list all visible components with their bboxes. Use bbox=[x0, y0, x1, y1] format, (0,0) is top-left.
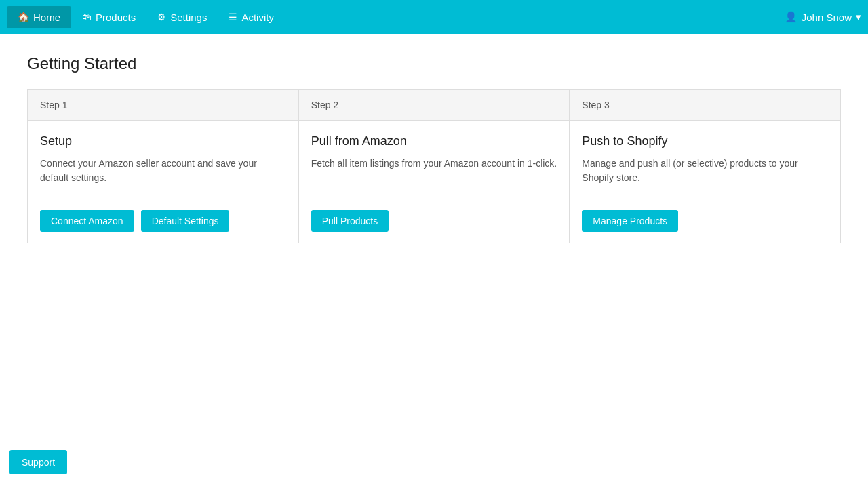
step2-actions: Pull Products bbox=[299, 199, 570, 243]
step3-desc: Manage and push all (or selective) produ… bbox=[582, 157, 828, 185]
products-icon: 🛍 bbox=[82, 12, 92, 22]
nav-activity-label: Activity bbox=[241, 12, 274, 23]
steps-header-row: Step 1 Step 2 Step 3 bbox=[28, 90, 840, 121]
step1-actions: Connect Amazon Default Settings bbox=[28, 199, 299, 243]
nav-activity[interactable]: ☰ Activity bbox=[218, 6, 285, 28]
navbar: 🏠 Home 🛍 Products ⚙ Settings ☰ Activity … bbox=[0, 0, 868, 34]
nav-products[interactable]: 🛍 Products bbox=[71, 6, 146, 28]
step1-desc: Connect your Amazon seller account and s… bbox=[40, 157, 286, 185]
activity-icon: ☰ bbox=[229, 12, 237, 22]
step3-title: Push to Shopify bbox=[582, 134, 828, 148]
step2-desc: Fetch all item listings from your Amazon… bbox=[311, 157, 557, 171]
main-content: Getting Started Step 1 Step 2 Step 3 Set… bbox=[0, 34, 868, 264]
manage-products-button[interactable]: Manage Products bbox=[582, 210, 678, 232]
pull-products-button[interactable]: Pull Products bbox=[311, 210, 389, 232]
nav-products-label: Products bbox=[96, 12, 136, 23]
step3-actions: Manage Products bbox=[570, 199, 840, 243]
settings-icon: ⚙ bbox=[157, 12, 166, 22]
home-icon: 🏠 bbox=[18, 12, 29, 22]
step1-title: Setup bbox=[40, 134, 286, 148]
steps-table: Step 1 Step 2 Step 3 Setup Connect your … bbox=[27, 89, 841, 243]
default-settings-button[interactable]: Default Settings bbox=[141, 210, 230, 232]
user-name: John Snow bbox=[802, 12, 852, 23]
nav-settings[interactable]: ⚙ Settings bbox=[146, 6, 218, 28]
nav-home[interactable]: 🏠 Home bbox=[7, 6, 71, 28]
steps-body-row: Setup Connect your Amazon seller account… bbox=[28, 121, 840, 199]
step1-header: Step 1 bbox=[28, 90, 299, 120]
step1-body: Setup Connect your Amazon seller account… bbox=[28, 121, 299, 199]
steps-actions-row: Connect Amazon Default Settings Pull Pro… bbox=[28, 199, 840, 243]
user-icon: 👤 bbox=[785, 11, 797, 23]
step2-body: Pull from Amazon Fetch all item listings… bbox=[299, 121, 570, 199]
page-title: Getting Started bbox=[27, 54, 841, 73]
step3-header: Step 3 bbox=[570, 90, 840, 120]
step2-header: Step 2 bbox=[299, 90, 570, 120]
connect-amazon-button[interactable]: Connect Amazon bbox=[40, 210, 134, 232]
step3-body: Push to Shopify Manage and push all (or … bbox=[570, 121, 840, 199]
step2-title: Pull from Amazon bbox=[311, 134, 557, 148]
nav-home-label: Home bbox=[33, 12, 60, 23]
user-menu[interactable]: 👤 John Snow ▾ bbox=[785, 11, 861, 23]
dropdown-arrow-icon: ▾ bbox=[856, 11, 861, 23]
nav-settings-label: Settings bbox=[170, 12, 207, 23]
